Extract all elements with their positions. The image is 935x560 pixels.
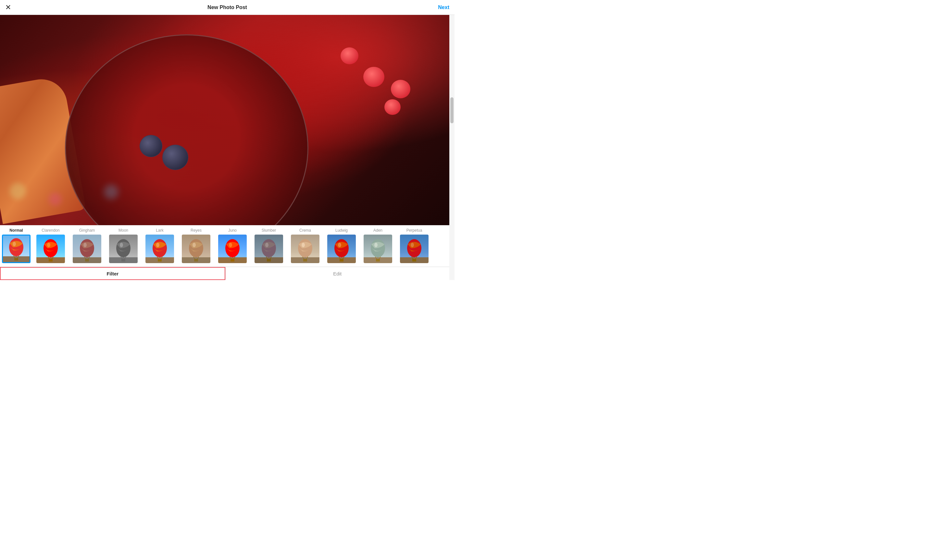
raspberry-3 bbox=[384, 99, 400, 115]
filter-item-clarendon[interactable]: Clarendon bbox=[32, 226, 69, 263]
filter-label-lark: Lark bbox=[156, 228, 163, 232]
blueberry-1 bbox=[140, 135, 162, 157]
svg-point-29 bbox=[193, 243, 196, 247]
filter-thumb-normal bbox=[3, 235, 29, 262]
svg-point-19 bbox=[120, 243, 123, 247]
filter-thumb-juno bbox=[218, 235, 247, 263]
photo-preview bbox=[0, 15, 449, 225]
scrollbar[interactable] bbox=[449, 0, 454, 280]
svg-rect-33 bbox=[231, 259, 234, 262]
filter-item-slumber[interactable]: Slumber bbox=[251, 226, 287, 263]
svg-point-4 bbox=[13, 242, 16, 246]
bokeh-1 bbox=[10, 183, 26, 199]
filter-thumb-ludwig bbox=[327, 235, 356, 263]
svg-point-9 bbox=[47, 243, 50, 247]
svg-point-25 bbox=[189, 239, 203, 257]
svg-rect-58 bbox=[412, 259, 416, 262]
filter-thumb-gingham bbox=[73, 235, 101, 263]
blueberry-2 bbox=[162, 145, 188, 170]
filter-label-reyes: Reyes bbox=[191, 228, 202, 232]
glass-overlay bbox=[65, 34, 308, 225]
scrollbar-thumb[interactable] bbox=[450, 97, 454, 123]
filter-item-crema[interactable]: Crema bbox=[287, 226, 323, 263]
filter-label-clarendon: Clarendon bbox=[42, 228, 59, 232]
svg-point-45 bbox=[334, 239, 349, 257]
svg-point-59 bbox=[411, 243, 414, 247]
bokeh-3 bbox=[104, 185, 119, 199]
filter-thumb-perpetua bbox=[400, 235, 428, 263]
filter-strip: Normal Clarendon Gingham bbox=[0, 225, 449, 267]
svg-rect-13 bbox=[85, 259, 89, 262]
close-button[interactable]: ✕ bbox=[5, 4, 11, 11]
svg-point-39 bbox=[265, 243, 268, 247]
svg-point-49 bbox=[338, 243, 341, 247]
filter-label-gingham: Gingham bbox=[79, 228, 95, 232]
svg-point-50 bbox=[371, 239, 385, 257]
filter-label-slumber: Slumber bbox=[262, 228, 276, 232]
filter-label-normal: Normal bbox=[9, 228, 23, 232]
filter-label-moon: Moon bbox=[119, 228, 128, 232]
svg-rect-38 bbox=[267, 259, 271, 262]
filter-item-normal[interactable]: Normal bbox=[0, 226, 32, 263]
filter-item-perpetua[interactable]: Perpetua bbox=[396, 226, 433, 263]
svg-point-30 bbox=[225, 239, 240, 257]
svg-rect-18 bbox=[122, 259, 125, 262]
svg-rect-23 bbox=[158, 259, 162, 262]
filter-thumb-lark bbox=[145, 235, 174, 263]
filter-label-aden: Aden bbox=[373, 228, 382, 232]
edit-tab-label: Edit bbox=[333, 271, 342, 277]
svg-point-34 bbox=[229, 243, 232, 247]
photo-background bbox=[0, 15, 449, 225]
filter-label-crema: Crema bbox=[299, 228, 311, 232]
raspberry-2 bbox=[363, 67, 384, 87]
header: ✕ New Photo Post Next bbox=[0, 0, 454, 15]
filter-item-reyes[interactable]: Reyes bbox=[178, 226, 214, 263]
filter-item-juno[interactable]: Juno bbox=[214, 226, 251, 263]
svg-point-44 bbox=[302, 243, 305, 247]
raspberry-1 bbox=[340, 48, 359, 64]
filter-item-aden[interactable]: Aden bbox=[360, 226, 396, 263]
filter-item-gingham[interactable]: Gingham bbox=[69, 226, 105, 263]
svg-point-0 bbox=[9, 238, 23, 256]
filter-label-ludwig: Ludwig bbox=[335, 228, 348, 232]
svg-point-40 bbox=[298, 239, 312, 257]
tab-filter[interactable]: Filter bbox=[0, 267, 225, 280]
filter-label-perpetua: Perpetua bbox=[407, 228, 422, 232]
filter-item-ludwig[interactable]: Ludwig bbox=[323, 226, 360, 263]
filter-label-juno: Juno bbox=[228, 228, 237, 232]
filter-thumb-slumber bbox=[254, 235, 283, 263]
raspberry-4 bbox=[391, 80, 410, 98]
filter-thumb-reyes bbox=[182, 235, 210, 263]
svg-rect-28 bbox=[194, 259, 198, 262]
svg-point-55 bbox=[407, 239, 421, 257]
svg-point-35 bbox=[262, 239, 276, 257]
svg-rect-48 bbox=[340, 259, 344, 262]
svg-point-20 bbox=[152, 239, 167, 257]
filter-item-lark[interactable]: Lark bbox=[142, 226, 178, 263]
tab-edit[interactable]: Edit bbox=[226, 267, 450, 280]
svg-point-15 bbox=[116, 239, 131, 257]
filter-thumb-crema bbox=[291, 235, 319, 263]
svg-point-14 bbox=[83, 243, 87, 247]
svg-point-24 bbox=[156, 243, 159, 247]
filter-item-moon[interactable]: Moon bbox=[105, 226, 142, 263]
svg-point-54 bbox=[374, 243, 377, 247]
bokeh-2 bbox=[49, 193, 62, 206]
tab-bar: Filter Edit bbox=[0, 267, 449, 280]
svg-rect-43 bbox=[303, 259, 307, 262]
svg-rect-53 bbox=[376, 259, 380, 262]
svg-point-5 bbox=[43, 239, 58, 257]
svg-rect-8 bbox=[49, 259, 52, 262]
filter-thumb-aden bbox=[364, 235, 392, 263]
page-title: New Photo Post bbox=[208, 5, 247, 11]
svg-rect-3 bbox=[14, 258, 18, 260]
next-button[interactable]: Next bbox=[438, 5, 449, 11]
filter-tab-label: Filter bbox=[106, 271, 119, 277]
svg-point-10 bbox=[80, 239, 94, 257]
filter-thumb-clarendon bbox=[36, 235, 65, 263]
filter-thumb-moon bbox=[109, 235, 138, 263]
